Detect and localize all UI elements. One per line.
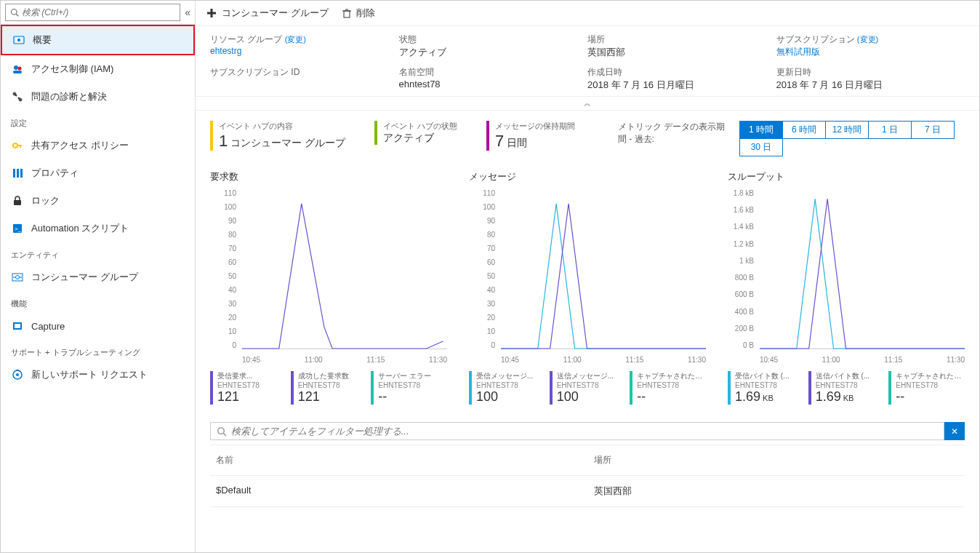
legend-item: 成功した要求数EHNTEST78121: [291, 371, 367, 405]
search-icon: [217, 426, 227, 437]
nav-overview[interactable]: 概要: [1, 25, 195, 55]
nav-label: Automation スクリプト: [31, 222, 129, 235]
nav-label: ロック: [31, 194, 60, 207]
filter-input-wrap[interactable]: [210, 422, 944, 440]
toolbar: コンシューマー グループ 削除: [196, 1, 979, 26]
add-consumer-group-button[interactable]: コンシューマー グループ: [206, 7, 329, 20]
wrench-icon: [11, 90, 24, 103]
svg-point-0: [12, 9, 17, 15]
nav-shared-access[interactable]: 共有アクセス ポリシー: [1, 132, 195, 159]
updated-label: 更新日時: [776, 66, 965, 79]
hub-retention-val: 7: [495, 132, 504, 150]
svg-point-32: [218, 427, 225, 434]
iam-icon: [11, 63, 24, 76]
hub-status-val: アクティブ: [383, 132, 457, 145]
location-value: 英国西部: [587, 46, 776, 59]
nav-label: アクセス制御 (IAM): [31, 63, 113, 76]
nav-label: Capture: [31, 321, 65, 332]
metric-period: メトリック データの表示期間 - 過去: 1 時間 6 時間 12 時間 1 日…: [618, 121, 965, 156]
subid-label: サブスクリプション ID: [210, 66, 399, 79]
hub-status: イベント ハブの状態 アクティブ: [374, 121, 457, 145]
plus-icon: [206, 7, 217, 19]
period-7d[interactable]: 7 日: [911, 121, 955, 139]
chart-title: 要求数: [210, 170, 447, 183]
collapse-icon[interactable]: «: [185, 7, 190, 18]
script-icon: >_: [11, 222, 24, 235]
hub-retention: メッセージの保持期間 7 日間: [486, 121, 575, 151]
toolbar-label: コンシューマー グループ: [222, 7, 329, 20]
capture-icon: [11, 319, 24, 333]
svg-point-3: [17, 39, 20, 41]
svg-rect-6: [13, 71, 22, 73]
section-entity: エンティティ: [1, 242, 195, 263]
hub-stats-row: イベント ハブの内容 1 コンシューマー グループ イベント ハブの状態 アクテ…: [210, 121, 965, 156]
table-row[interactable]: $Default 英国西部: [210, 476, 965, 507]
trash-icon: [342, 8, 352, 18]
svg-rect-29: [344, 11, 350, 17]
support-icon: [11, 368, 24, 381]
nav-diagnose[interactable]: 問題の診断と解決: [1, 83, 195, 111]
rg-label: リソース グループ: [210, 34, 282, 44]
nav-label: 新しいサポート リクエスト: [31, 368, 148, 381]
sub-label: サブスクリプション: [776, 34, 855, 44]
col-loc: 場所: [594, 454, 959, 466]
sub-change-link[interactable]: (変更): [857, 35, 878, 44]
nav-support-request[interactable]: 新しいサポート リクエスト: [1, 361, 195, 389]
created-value: 2018 年 7 月 16 日月曜日: [587, 79, 776, 92]
sidebar-search[interactable]: [5, 4, 180, 21]
nav-label: コンシューマー グループ: [31, 271, 138, 284]
period-30d[interactable]: 30 日: [739, 138, 783, 156]
legend-item: キャプチャされたバイト数EHNTEST78--: [888, 371, 965, 405]
sub-value[interactable]: 無料試用版: [776, 46, 965, 58]
rg-value[interactable]: ehtestrg: [210, 46, 399, 56]
nav-label: プロパティ: [31, 167, 79, 180]
chart-title: スループット: [728, 170, 965, 183]
chart-throughput[interactable]: スループット1.8 kB1.6 kB1.4 kB1.2 kB1 kB800 B6…: [728, 170, 965, 405]
nav-automation[interactable]: >_ Automation スクリプト: [1, 215, 195, 242]
hub-contents-unit: コンシューマー グループ: [230, 137, 345, 148]
chart-title: メッセージ: [469, 170, 706, 183]
period-1h[interactable]: 1 時間: [739, 121, 783, 139]
svg-rect-14: [20, 169, 23, 178]
legend-item: 受信バイト数 (...EHNTEST781.69 KB: [728, 371, 804, 405]
period-6h[interactable]: 6 時間: [782, 121, 826, 139]
overview-icon: [12, 33, 25, 47]
legend-item: 受信メッセージ...EHNTEST78100: [469, 371, 545, 405]
nav-label: 問題の診断と解決: [31, 90, 107, 103]
hub-contents-label: イベント ハブの内容: [219, 121, 345, 132]
nav: 概要 アクセス制御 (IAM) 問題の診断と解決 設定 共有アクセス ポリシー …: [1, 25, 195, 389]
svg-rect-23: [15, 324, 20, 328]
table-header: 名前 場所: [210, 445, 965, 476]
status-value: アクティブ: [399, 46, 588, 59]
filter-input[interactable]: [231, 426, 938, 437]
nav-capture[interactable]: Capture: [1, 312, 195, 340]
period-1d[interactable]: 1 日: [868, 121, 912, 139]
sidebar-search-input[interactable]: [22, 7, 175, 17]
period-12h[interactable]: 12 時間: [825, 121, 869, 139]
chart-requests[interactable]: 要求数110100908070605040302010010:4511:0011…: [210, 170, 447, 405]
cell-loc: 英国西部: [594, 485, 959, 498]
svg-point-5: [18, 67, 22, 71]
nav-properties[interactable]: プロパティ: [1, 159, 195, 187]
nav-locks[interactable]: ロック: [1, 187, 195, 215]
delete-button[interactable]: 削除: [342, 7, 375, 20]
essentials-collapse[interactable]: ︽: [196, 97, 979, 111]
rg-change-link[interactable]: (変更): [285, 35, 306, 44]
nav-label: 概要: [33, 33, 52, 47]
created-label: 作成日時: [587, 66, 776, 79]
svg-point-9: [13, 143, 17, 148]
svg-rect-15: [14, 200, 21, 205]
ns-label: 名前空間: [399, 66, 588, 79]
svg-line-33: [223, 433, 225, 435]
props-icon: [11, 167, 24, 180]
svg-rect-12: [13, 169, 15, 178]
nav-consumer-groups[interactable]: コンシューマー グループ: [1, 263, 195, 291]
filter-clear-button[interactable]: ✕: [944, 422, 965, 440]
chart-messages[interactable]: メッセージ110100908070605040302010010:4511:00…: [469, 170, 706, 405]
filter-row: ✕: [210, 422, 965, 440]
status-label: 状態: [399, 33, 588, 46]
nav-iam[interactable]: アクセス制御 (IAM): [1, 55, 195, 83]
search-icon: [10, 8, 19, 17]
key-icon: [11, 139, 24, 152]
legend-item: 受信要求...EHNTEST78121: [210, 371, 286, 405]
